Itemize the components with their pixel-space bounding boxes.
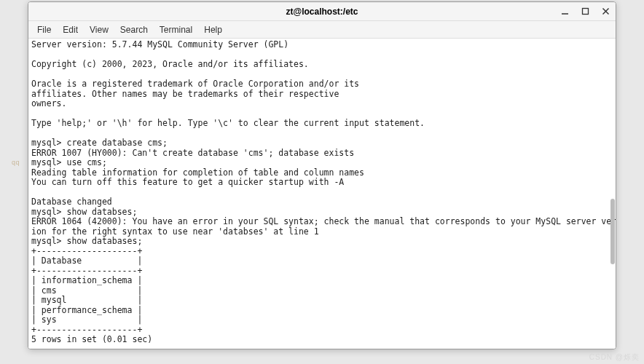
maximize-button[interactable] [578, 4, 592, 19]
watermark-left: qq [12, 159, 20, 166]
window-title: zt@localhost:/etc [286, 7, 358, 17]
titlebar[interactable]: zt@localhost:/etc [28, 2, 616, 21]
window-controls [557, 2, 613, 20]
menu-search[interactable]: Search [114, 23, 154, 37]
watermark-bottom-right: CSDN @烁奕 [589, 352, 640, 363]
menu-help[interactable]: Help [198, 23, 228, 37]
menu-view[interactable]: View [84, 23, 114, 37]
terminal-output[interactable]: Server version: 5.7.44 MySQL Community S… [28, 39, 616, 349]
svg-rect-1 [582, 9, 588, 15]
terminal-window: zt@localhost:/etc File Edit View Search … [28, 1, 616, 349]
menubar: File Edit View Search Terminal Help [28, 21, 616, 39]
menu-terminal[interactable]: Terminal [154, 23, 198, 37]
minimize-button[interactable] [557, 4, 572, 19]
menu-edit[interactable]: Edit [57, 23, 84, 37]
scrollbar-thumb[interactable] [610, 199, 615, 264]
close-button[interactable] [598, 4, 613, 19]
scrollbar[interactable] [610, 39, 616, 349]
menu-file[interactable]: File [31, 23, 57, 37]
